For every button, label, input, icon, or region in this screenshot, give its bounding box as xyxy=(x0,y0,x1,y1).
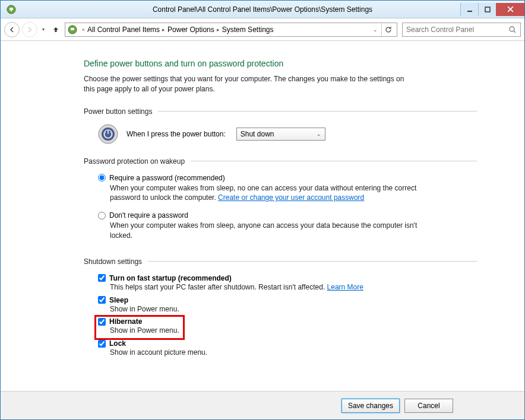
close-icon xyxy=(507,6,514,12)
close-button[interactable] xyxy=(496,3,524,16)
breadcrumb-2[interactable]: System Settings xyxy=(222,26,274,34)
checkbox-hibernate: Hibernate Show in Power menu. xyxy=(98,317,477,336)
divider xyxy=(148,261,477,262)
power-options-icon xyxy=(68,25,77,34)
section-shutdown: Shutdown settings xyxy=(84,257,477,266)
radio-description: When your computer wakes from sleep, any… xyxy=(110,221,419,241)
svg-rect-4 xyxy=(485,7,490,12)
search-input[interactable] xyxy=(406,26,508,34)
svg-rect-2 xyxy=(11,10,12,11)
radio-label: Require a password (recommended) xyxy=(109,174,225,182)
chevron-right-icon: ▸ xyxy=(217,27,220,33)
footer: Save changes Cancel xyxy=(1,391,524,419)
svg-point-7 xyxy=(510,27,514,31)
chevron-down-icon: ⌄ xyxy=(317,131,321,137)
forward-icon xyxy=(26,26,33,33)
up-icon xyxy=(52,26,60,34)
refresh-icon xyxy=(385,26,392,33)
checkbox-label: Sleep xyxy=(109,296,128,304)
radio-description: When your computer wakes from sleep, no … xyxy=(110,183,419,203)
radio-require-password-input[interactable] xyxy=(98,174,106,182)
page-title: Define power buttons and turn on passwor… xyxy=(84,59,477,68)
window-controls xyxy=(460,3,524,16)
content-area: Define power buttons and turn on passwor… xyxy=(1,41,524,391)
checkbox-description: Show in Power menu. xyxy=(110,326,477,336)
checkbox-label: Turn on fast startup (recommended) xyxy=(109,274,232,282)
section-power-button: Power button settings xyxy=(84,107,477,116)
save-button[interactable]: Save changes xyxy=(341,399,400,413)
power-button-label: When I press the power button: xyxy=(126,130,226,138)
history-dropdown[interactable]: ▾ xyxy=(42,27,45,32)
radio-dont-require-password: Don't require a password When your compu… xyxy=(98,211,477,241)
search-icon[interactable] xyxy=(508,26,517,34)
addressbar[interactable]: « All Control Panel Items ▸ Power Option… xyxy=(65,23,397,37)
checkbox-description: Show in Power menu. xyxy=(110,304,477,314)
section-password: Password protection on wakeup xyxy=(84,157,477,166)
checkbox-description: Show in account picture menu. xyxy=(110,348,477,358)
back-icon xyxy=(8,26,15,33)
checkbox-sleep: Sleep Show in Power menu. xyxy=(98,296,477,314)
page-description: Choose the power settings that you want … xyxy=(84,74,416,94)
forward-button[interactable] xyxy=(22,22,37,37)
back-button[interactable] xyxy=(4,22,20,37)
address-dropdown[interactable]: ⌄ xyxy=(369,27,381,33)
window: Control Panel\All Control Panel Items\Po… xyxy=(0,0,525,420)
checkbox-label: Hibernate xyxy=(109,317,142,326)
navbar: ▾ « All Control Panel Items ▸ Power Opti… xyxy=(1,18,524,41)
searchbox[interactable] xyxy=(402,23,521,37)
link-change-password[interactable]: Create or change your user account passw… xyxy=(218,193,364,202)
svg-rect-6 xyxy=(71,28,74,30)
dropdown-value: Shut down xyxy=(241,130,274,138)
up-button[interactable] xyxy=(50,24,61,35)
checkbox-fast-startup: Turn on fast startup (recommended) This … xyxy=(98,274,477,292)
checkbox-label: Lock xyxy=(109,339,126,348)
chevron-left-icon: « xyxy=(82,27,85,33)
maximize-button[interactable] xyxy=(478,3,496,16)
checkbox-description: This helps start your PC faster after sh… xyxy=(110,282,477,292)
section-title: Password protection on wakeup xyxy=(84,157,185,166)
shutdown-checkbox-group: Turn on fast startup (recommended) This … xyxy=(98,274,477,358)
svg-rect-3 xyxy=(467,11,472,12)
divider xyxy=(158,111,477,112)
divider xyxy=(191,161,477,161)
checkbox-lock: Lock Show in account picture menu. xyxy=(98,339,477,358)
power-button-dropdown[interactable]: Shut down ⌄ xyxy=(236,128,325,141)
power-button-icon xyxy=(98,124,118,144)
svg-rect-1 xyxy=(10,8,13,10)
maximize-icon xyxy=(485,7,491,12)
minimize-button[interactable] xyxy=(460,3,478,16)
section-title: Shutdown settings xyxy=(84,257,142,266)
window-title: Control Panel\All Control Panel Items\Po… xyxy=(1,5,524,14)
refresh-button[interactable] xyxy=(381,23,394,36)
checkbox-hibernate-input[interactable] xyxy=(98,318,106,326)
power-options-icon xyxy=(7,5,16,14)
checkbox-lock-input[interactable] xyxy=(98,340,106,348)
password-radio-group: Require a password (recommended) When yo… xyxy=(98,174,477,241)
checkbox-fast-startup-input[interactable] xyxy=(98,274,106,282)
checkbox-sleep-input[interactable] xyxy=(98,296,106,304)
radio-require-password: Require a password (recommended) When yo… xyxy=(98,174,477,203)
minimize-icon xyxy=(467,7,473,12)
radio-dont-require-password-input[interactable] xyxy=(98,212,106,219)
breadcrumb-1[interactable]: Power Options xyxy=(167,26,214,34)
cancel-button[interactable]: Cancel xyxy=(404,399,453,413)
section-title: Power button settings xyxy=(84,107,152,116)
link-learn-more[interactable]: Learn More xyxy=(327,283,363,291)
breadcrumb-0[interactable]: All Control Panel Items xyxy=(87,26,160,34)
titlebar: Control Panel\All Control Panel Items\Po… xyxy=(1,1,524,18)
radio-label: Don't require a password xyxy=(109,211,188,219)
chevron-right-icon: ▸ xyxy=(162,27,165,33)
power-button-row: When I press the power button: Shut down… xyxy=(98,124,477,144)
